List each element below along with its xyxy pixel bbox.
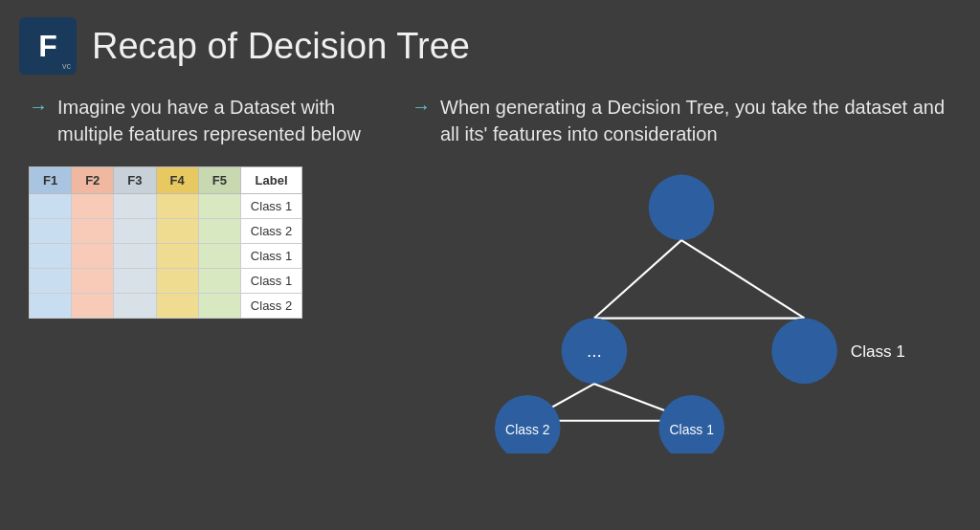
decision-tree-diagram: ... Class 1 Class 2 Class 1	[412, 166, 951, 453]
table-row: Class 1	[30, 194, 302, 219]
table-row: Class 2	[30, 294, 302, 319]
right-bullet: → When generating a Decision Tree, you t…	[412, 94, 951, 147]
table-row: Class 1	[30, 269, 302, 294]
right-bullet-text: When generating a Decision Tree, you tak…	[440, 94, 951, 147]
right-column: → When generating a Decision Tree, you t…	[412, 94, 951, 453]
tree-line-root-mid	[594, 240, 681, 318]
tree-line-root-right	[681, 240, 805, 318]
tree-node-bottom-right-label: Class 1	[670, 422, 715, 437]
tree-node-right	[771, 319, 837, 385]
tree-node-right-label: Class 1	[851, 342, 905, 361]
page-title: Recap of Decision Tree	[92, 26, 470, 67]
left-bullet: → Imagine you have a Dataset with multip…	[29, 94, 392, 147]
tree-node-bottom-left-label: Class 2	[505, 422, 550, 437]
logo-box: F vc	[19, 17, 77, 75]
table-row: Class 2	[30, 219, 302, 244]
tree-node-root	[649, 175, 715, 241]
col-header-f1: F1	[30, 167, 72, 194]
left-arrow-icon: →	[29, 96, 48, 118]
left-bullet-text: Imagine you have a Dataset with multiple…	[57, 94, 392, 147]
header: F vc Recap of Decision Tree	[0, 0, 980, 84]
right-arrow-icon: →	[412, 96, 431, 118]
table-row: Class 1	[30, 244, 302, 269]
logo-sub: vc	[62, 61, 71, 71]
content-area: → Imagine you have a Dataset with multip…	[0, 94, 980, 453]
col-header-label: Label	[240, 167, 301, 194]
left-column: → Imagine you have a Dataset with multip…	[29, 94, 392, 453]
tree-node-mid-label: ...	[587, 341, 602, 361]
logo-letter: F	[38, 29, 57, 64]
col-header-f2: F2	[72, 167, 114, 194]
col-header-f4: F4	[156, 167, 198, 194]
dataset-table: F1 F2 F3 F4 F5 Label Class 1	[29, 166, 302, 319]
col-header-f3: F3	[114, 167, 156, 194]
tree-svg: ... Class 1 Class 2 Class 1	[412, 166, 951, 453]
col-header-f5: F5	[198, 167, 240, 194]
